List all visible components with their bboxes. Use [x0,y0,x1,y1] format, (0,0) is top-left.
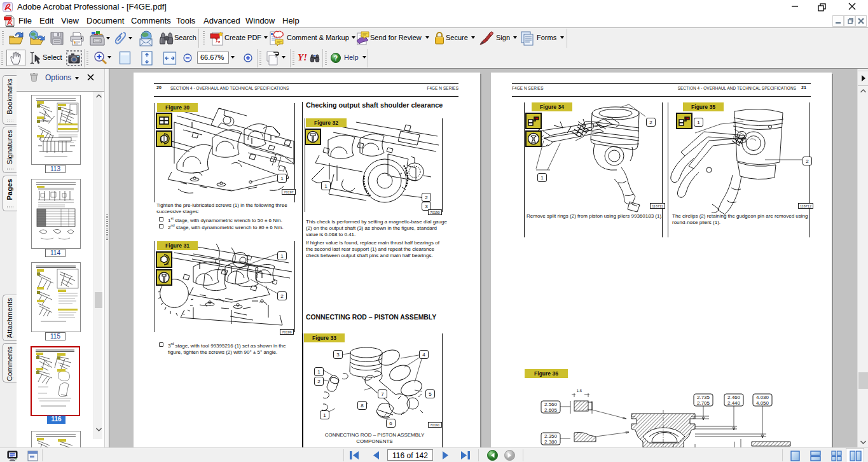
svg-text:2.605: 2.605 [544,407,558,413]
svg-text:2.440: 2.440 [727,400,741,406]
svg-text:4.030: 4.030 [756,395,769,400]
svg-text:2.560: 2.560 [544,402,558,407]
svg-text:?: ? [334,55,338,62]
svg-text:2.735: 2.735 [697,395,710,400]
svg-text:2.460: 2.460 [727,395,741,400]
svg-text:4.050: 4.050 [756,400,769,406]
svg-text:2.350: 2.350 [544,433,558,439]
svg-text:a: a [166,261,169,265]
svg-text:1.5: 1.5 [577,389,582,393]
svg-text:2.380: 2.380 [544,439,558,445]
svg-text:2.705: 2.705 [697,400,710,406]
